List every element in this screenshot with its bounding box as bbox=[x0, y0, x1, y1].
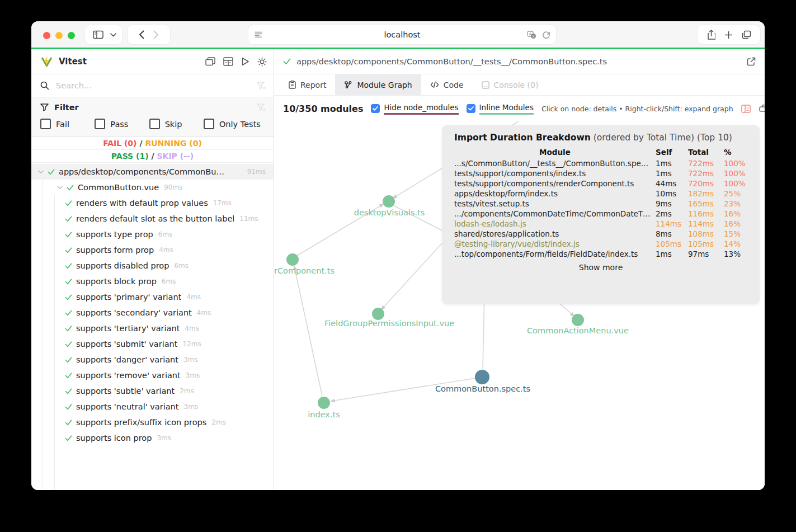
address-bar[interactable]: localhost Ax bbox=[248, 25, 556, 44]
graph-node-fieldgrouppermissionsinput[interactable] bbox=[372, 308, 384, 320]
chevron-down-icon[interactable] bbox=[38, 170, 44, 174]
schema-layout-icon[interactable] bbox=[759, 105, 765, 113]
filter-checkbox-fail[interactable]: Fail bbox=[40, 119, 95, 129]
check-icon bbox=[65, 435, 72, 441]
check-icon bbox=[65, 216, 72, 222]
tab-overview-icon[interactable] bbox=[737, 30, 756, 39]
check-icon bbox=[65, 247, 72, 253]
tree-item-test[interactable]: supports 'submit' variant12ms bbox=[31, 336, 274, 352]
checkbox-checked-icon[interactable] bbox=[371, 104, 380, 113]
checkbox-checked-icon[interactable] bbox=[467, 104, 475, 113]
checkbox-icon[interactable] bbox=[40, 119, 51, 129]
translate-icon[interactable]: Ax bbox=[527, 31, 536, 39]
tab-report[interactable]: Report bbox=[280, 74, 335, 95]
show-more-button[interactable]: Show more bbox=[454, 263, 747, 272]
table-row[interactable]: ...top/components/Form/fields/FieldDate/… bbox=[454, 249, 747, 259]
window-stack-icon[interactable] bbox=[205, 57, 215, 66]
browser-toolbar: localhost Ax bbox=[31, 21, 765, 49]
tree-item-test[interactable]: supports disabled prop6ms bbox=[31, 258, 274, 274]
table-row[interactable]: tests/support/components/renderComponent… bbox=[454, 178, 747, 189]
graph-node-desktopvisuals[interactable] bbox=[383, 195, 395, 208]
reader-view-icon[interactable] bbox=[254, 31, 263, 39]
traffic-close-button[interactable] bbox=[43, 32, 50, 39]
graph-toolbar: 10/350 modules Hide node_modules Inline … bbox=[274, 96, 765, 121]
table-row[interactable]: .../components/CommonDateTime/CommonDate… bbox=[454, 209, 747, 219]
pass-count: PASS (1) bbox=[111, 152, 149, 161]
clear-search-filter-icon[interactable] bbox=[257, 82, 266, 90]
filter-checkbox-only-tests[interactable]: Only Tests bbox=[204, 119, 263, 129]
table-row[interactable]: lodash-es/lodash.js 114ms 114ms 16% bbox=[454, 219, 747, 229]
tree-item-test[interactable]: renders with default prop values17ms bbox=[31, 195, 274, 211]
graph-node-index[interactable] bbox=[318, 397, 330, 409]
module-graph-canvas[interactable]: desktopVisuals.ts renderComponent.ts Fie… bbox=[274, 121, 765, 490]
check-icon bbox=[65, 357, 72, 363]
check-icon bbox=[65, 388, 72, 394]
table-row[interactable]: ...s/CommonButton/__tests__/CommonButton… bbox=[454, 158, 747, 168]
running-count: RUNNING (0) bbox=[145, 139, 201, 148]
main-panel: apps/desktop/components/CommonButton/__t… bbox=[274, 49, 765, 490]
table-row[interactable]: @testing-library/vue/dist/index.js 105ms… bbox=[454, 239, 747, 249]
hide-node-modules-checkbox[interactable]: Hide node_modules bbox=[371, 103, 458, 115]
tree-item-suite[interactable]: CommonButton.vue 90ms bbox=[31, 180, 274, 195]
table-row[interactable]: tests/support/components/index.ts 1ms 72… bbox=[454, 168, 747, 178]
table-row[interactable]: shared/stores/application.ts 8ms 108ms 1… bbox=[454, 229, 747, 239]
tree-item-test[interactable]: supports 'remove' variant3ms bbox=[31, 368, 274, 383]
check-icon bbox=[65, 232, 72, 238]
reload-icon[interactable] bbox=[542, 31, 550, 39]
filter-checkbox-pass[interactable]: Pass bbox=[95, 119, 149, 129]
svg-text:x: x bbox=[532, 34, 534, 39]
dashboard-icon[interactable] bbox=[223, 57, 233, 66]
share-icon[interactable] bbox=[703, 30, 720, 40]
browser-window: localhost Ax bbox=[31, 21, 765, 490]
open-external-icon[interactable] bbox=[747, 57, 756, 66]
legend-icon[interactable] bbox=[741, 105, 751, 113]
tree-item-test[interactable]: supports 'tertiary' variant4ms bbox=[31, 321, 274, 336]
graph-node-commonactionmenu[interactable] bbox=[572, 314, 584, 326]
table-row[interactable]: tests/vitest.setup.ts 9ms 165ms 23% bbox=[454, 199, 747, 209]
inline-modules-checkbox[interactable]: Inline Modules bbox=[467, 103, 534, 115]
tree-item-test[interactable]: supports icon prop3ms bbox=[31, 430, 274, 446]
sidebar-toggle-icon[interactable] bbox=[88, 30, 108, 39]
graph-node-rendercomponent[interactable] bbox=[286, 253, 299, 266]
check-icon bbox=[283, 58, 291, 65]
chevron-down-icon[interactable] bbox=[108, 33, 119, 37]
checkbox-icon[interactable] bbox=[95, 119, 105, 129]
checkbox-icon[interactable] bbox=[204, 119, 214, 129]
new-tab-icon[interactable] bbox=[720, 31, 737, 39]
tree-item-test[interactable]: supports form prop4ms bbox=[31, 242, 274, 258]
tree-item-test[interactable]: supports 'subtle' variant2ms bbox=[31, 383, 274, 399]
clear-filter-icon[interactable] bbox=[257, 103, 266, 111]
import-duration-panel: Import Duration Breakdown (ordered by To… bbox=[442, 125, 760, 304]
tab-console[interactable]: Console (0) bbox=[473, 74, 548, 95]
graph-node-commonbutton-spec[interactable] bbox=[475, 370, 489, 384]
table-row[interactable]: apps/desktop/form/index.ts 10ms 182ms 25… bbox=[454, 189, 747, 199]
tree-item-test[interactable]: supports 'primary' variant4ms bbox=[31, 289, 274, 305]
nav-button-group bbox=[128, 25, 170, 44]
traffic-minimize-button[interactable] bbox=[55, 32, 63, 39]
tree-item-test[interactable]: supports block prop6ms bbox=[31, 274, 274, 289]
traffic-zoom-button[interactable] bbox=[68, 32, 75, 39]
tree-item-test[interactable]: renders default slot as the button label… bbox=[31, 211, 274, 227]
search-input[interactable]: Search... bbox=[56, 81, 250, 90]
theme-toggle-icon[interactable] bbox=[257, 57, 267, 67]
tab-module-graph[interactable]: Module Graph bbox=[335, 74, 421, 95]
tree-item-test[interactable]: supports 'danger' variant3ms bbox=[31, 352, 274, 368]
run-all-icon[interactable] bbox=[241, 57, 249, 66]
graph-node-label: FieldGroupPermissionsInput.vue bbox=[324, 319, 454, 328]
filter-checkbox-skip[interactable]: Skip bbox=[149, 119, 204, 129]
tree-item-test[interactable]: supports prefix/suffix icon props2ms bbox=[31, 415, 274, 430]
tab-code[interactable]: Code bbox=[421, 74, 473, 95]
search-bar[interactable]: Search... bbox=[31, 74, 274, 97]
chevron-down-icon[interactable] bbox=[57, 186, 63, 190]
tree-item-test[interactable]: supports 'neutral' variant3ms bbox=[31, 399, 274, 415]
back-icon[interactable] bbox=[134, 30, 149, 39]
col-module: Module bbox=[454, 147, 656, 158]
checkbox-icon[interactable] bbox=[149, 119, 160, 129]
check-icon bbox=[65, 420, 72, 426]
tree-item-spec-file[interactable]: apps/desktop/components/CommonButton/__t… bbox=[31, 164, 274, 180]
fail-count: FAIL (0) bbox=[103, 139, 136, 148]
tree-item-test[interactable]: supports type prop6ms bbox=[31, 227, 274, 242]
panel-title: Import Duration Breakdown (ordered by To… bbox=[454, 133, 747, 143]
tree-item-test[interactable]: supports 'secondary' variant4ms bbox=[31, 305, 274, 321]
forward-icon[interactable] bbox=[149, 30, 163, 39]
